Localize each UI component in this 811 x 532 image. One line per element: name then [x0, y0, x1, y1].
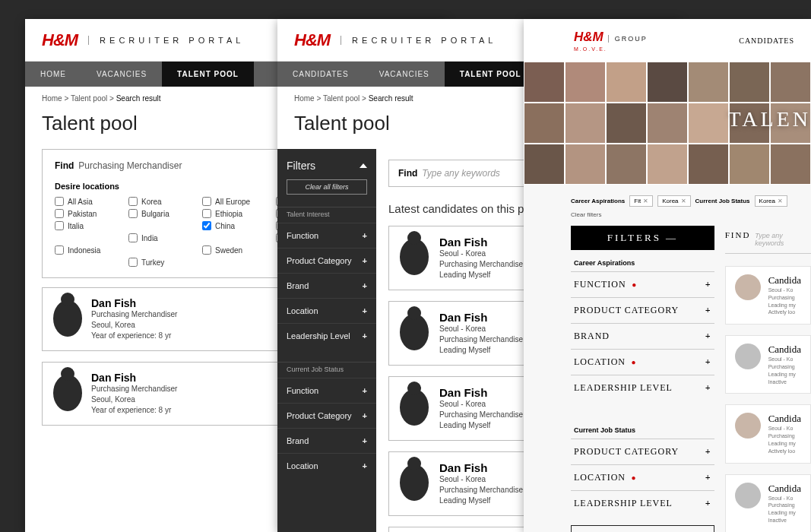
location-checkbox[interactable]: All Europe: [202, 197, 270, 206]
filters-header[interactable]: FILTERS—: [571, 226, 714, 250]
filter-row[interactable]: Location+: [277, 453, 376, 478]
nav-talent-pool[interactable]: TALENT POOL: [445, 62, 537, 87]
filter-row[interactable]: Product Category+: [277, 403, 376, 428]
filter-row[interactable]: FUNCTION ●+: [571, 271, 714, 297]
portal-label: RECRUITER PORTAL: [341, 36, 496, 45]
filter-group-label: Current Job Status: [571, 417, 714, 439]
crumb-talent-pool[interactable]: Talent pool: [323, 94, 360, 103]
filters-header[interactable]: Filters: [277, 149, 376, 179]
checkbox[interactable]: [202, 209, 211, 218]
candidate-card[interactable]: CandidaSeoul - KoPurchasingLeading myAct…: [725, 404, 811, 463]
checkbox[interactable]: [202, 221, 211, 230]
avatar-icon: [53, 375, 82, 411]
location-checkbox[interactable]: China: [202, 221, 270, 230]
logo-hm: H&M: [42, 30, 78, 50]
filter-chip[interactable]: Korea✕: [755, 195, 787, 207]
candidate-name: Dan Fish: [91, 297, 177, 309]
chip-remove-icon[interactable]: ✕: [681, 198, 686, 204]
chip-group-label: Current Job Status: [695, 198, 750, 204]
tab-candidates[interactable]: CANDIDATES: [722, 19, 811, 62]
crumb-home[interactable]: Home: [294, 94, 315, 103]
candidate-name: Dan Fish: [439, 311, 523, 324]
candidate-card[interactable]: CandidaSeoul - KoPurchasingLeading myIna…: [725, 474, 811, 532]
expand-icon: +: [705, 382, 711, 394]
chip-remove-icon[interactable]: ✕: [778, 198, 783, 204]
find-label: Find: [398, 168, 417, 179]
location-checkbox[interactable]: Turkey: [128, 258, 196, 267]
candidate-location: Seoul - Korea: [439, 249, 523, 259]
filter-chip[interactable]: Fit✕: [629, 195, 653, 207]
clear-all-filters-button[interactable]: CLEAR ALL FILTERS: [571, 525, 714, 532]
filter-row[interactable]: PRODUCT CATEGORY+: [571, 297, 714, 323]
avatar-icon: [400, 464, 429, 501]
nav-vacancies[interactable]: VACANCIES: [364, 62, 445, 87]
filter-row[interactable]: BRAND+: [571, 323, 714, 349]
find-input[interactable]: FIND Type any keywords: [725, 226, 811, 254]
clear-all-filters-button[interactable]: Clear all filters: [287, 179, 367, 195]
filter-row[interactable]: Location+: [277, 298, 376, 323]
candidate-leadership: Leading Myself: [439, 420, 523, 431]
expand-icon: +: [363, 256, 367, 265]
logo-hm: H&M: [294, 30, 330, 50]
header: H&MGROUP M.O.V.E. CANDIDATES: [524, 19, 811, 62]
checkbox[interactable]: [128, 197, 138, 206]
nav-home[interactable]: HOME: [25, 62, 81, 87]
collapse-icon: [360, 163, 367, 168]
location-checkbox[interactable]: Italia: [55, 221, 122, 230]
filter-row[interactable]: PRODUCT CATEGORY+: [571, 439, 714, 464]
expand-icon: +: [705, 472, 711, 483]
location-checkbox[interactable]: India: [128, 233, 196, 242]
filter-row[interactable]: Brand+: [277, 428, 376, 453]
checkbox[interactable]: [202, 245, 211, 255]
chip-remove-icon[interactable]: ✕: [643, 198, 648, 204]
location-checkbox[interactable]: Bulgaria: [128, 209, 196, 218]
checkbox[interactable]: [55, 209, 64, 218]
filter-group-label: Career Aspirations: [571, 250, 714, 271]
nav-vacancies[interactable]: VACANCIES: [81, 62, 162, 87]
location-checkbox[interactable]: Indonesia: [55, 245, 122, 255]
candidate-status: Actively loo: [768, 309, 801, 316]
filter-row[interactable]: Leadership Level+: [277, 323, 376, 348]
clear-filters-link[interactable]: Clear filters: [571, 211, 601, 218]
active-filter-chips: Career Aspirations Fit✕ Korea✕ Current J…: [524, 185, 811, 226]
candidate-card[interactable]: CandidaSeoul - KoPurchasingLeading myAct…: [725, 266, 811, 325]
filter-row[interactable]: Function+: [277, 223, 376, 248]
location-checkbox[interactable]: Korea: [128, 197, 196, 206]
checkbox[interactable]: [128, 258, 138, 267]
checkbox[interactable]: [202, 197, 211, 206]
nav-candidates[interactable]: CANDIDATES: [277, 62, 364, 87]
filter-row[interactable]: LEADERSHIP LEVEL+: [571, 490, 714, 516]
filter-row[interactable]: LEADERSHIP LEVEL+: [571, 375, 714, 401]
candidate-leadership: Leading Myself: [439, 496, 523, 506]
candidate-role: Purchasing Merchandiser: [91, 309, 177, 320]
candidate-photo: [735, 483, 761, 508]
candidate-role: Purchasing Merchandise: [439, 259, 523, 270]
location-checkbox[interactable]: Pakistan: [55, 209, 122, 218]
checkbox[interactable]: [128, 209, 138, 218]
checkbox[interactable]: [55, 197, 64, 206]
filter-row[interactable]: LOCATION ●+: [571, 464, 714, 490]
candidate-location: Seoul - Korea: [439, 399, 523, 410]
checkbox[interactable]: [55, 245, 64, 255]
nav-talent-pool[interactable]: TALENT POOL: [162, 62, 254, 87]
candidate-experience: Year of experience: 8 yr: [91, 405, 177, 416]
filter-row[interactable]: Brand+: [277, 273, 376, 298]
candidate-experience: Year of experience: 8 yr: [91, 331, 177, 341]
location-checkbox[interactable]: Sweden: [202, 245, 270, 255]
crumb-home[interactable]: Home: [42, 94, 62, 103]
filter-row[interactable]: LOCATION ●+: [571, 349, 714, 375]
location-checkbox[interactable]: All Asia: [55, 197, 122, 206]
candidate-role: Purchasing Merchandise: [439, 334, 523, 345]
active-dot-icon: ●: [629, 358, 637, 366]
candidate-role: Purchasing Merchandise: [439, 410, 523, 420]
candidate-card[interactable]: CandidaSeoul - KoPurchasingLeading myIna…: [725, 335, 811, 394]
filter-row[interactable]: Product Category+: [277, 248, 376, 273]
crumb-talent-pool[interactable]: Talent pool: [71, 94, 107, 103]
checkbox[interactable]: [128, 233, 138, 242]
location-checkbox[interactable]: Ethiopia: [202, 209, 270, 218]
filter-row[interactable]: Function+: [277, 378, 376, 403]
checkbox[interactable]: [55, 221, 64, 230]
filter-chip[interactable]: Korea✕: [657, 195, 690, 207]
candidate-leadership: Leading Myself: [439, 345, 523, 356]
screen-group-portal: H&MGROUP M.O.V.E. CANDIDATES TALEN Caree…: [524, 19, 811, 532]
